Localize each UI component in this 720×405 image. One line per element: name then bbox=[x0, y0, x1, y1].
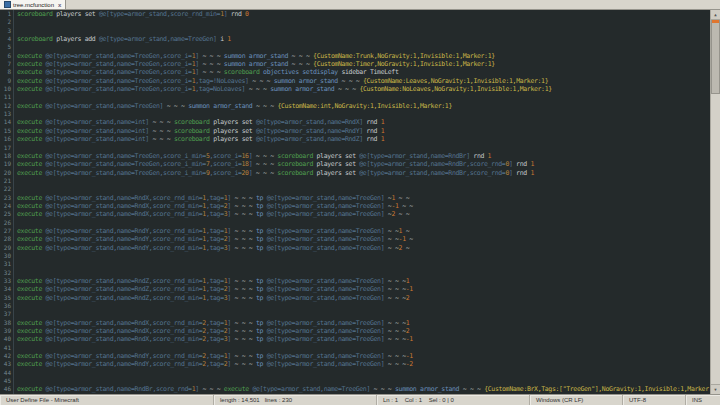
code-line[interactable]: execute @e[type=armor_stand,name=RndZ,sc… bbox=[17, 285, 710, 293]
vertical-scrollbar[interactable]: ▲ ▼ bbox=[710, 10, 720, 394]
scroll-up-arrow-icon[interactable]: ▲ bbox=[711, 10, 720, 20]
code-line[interactable] bbox=[17, 310, 710, 318]
line-number[interactable]: 2 bbox=[0, 18, 11, 26]
line-number[interactable]: 37 bbox=[0, 310, 11, 318]
line-number[interactable]: 11 bbox=[0, 93, 11, 101]
code-line[interactable] bbox=[17, 185, 710, 193]
code-line[interactable] bbox=[17, 110, 710, 118]
code-line[interactable] bbox=[17, 344, 710, 352]
tab-tree-mcfunction[interactable]: tree.mcfunction x bbox=[0, 0, 66, 9]
code-line[interactable] bbox=[17, 144, 710, 152]
code-line[interactable] bbox=[17, 177, 710, 185]
code-line[interactable]: execute @e[type=armor_stand,name=TreeGen… bbox=[17, 52, 710, 60]
code-line[interactable] bbox=[17, 219, 710, 227]
line-number[interactable]: 42 bbox=[0, 352, 11, 360]
status-insert-mode[interactable]: INS bbox=[686, 395, 720, 405]
line-number[interactable]: 20 bbox=[0, 169, 11, 177]
line-number[interactable]: 19 bbox=[0, 160, 11, 168]
code-line[interactable]: execute @e[type=armor_stand,name=RndX,sc… bbox=[17, 335, 710, 343]
code-area[interactable]: scoreboard players set @e[type=armor_sta… bbox=[14, 10, 710, 394]
code-line[interactable] bbox=[17, 18, 710, 26]
code-line[interactable]: execute @e[type=armor_stand,name=TreeGen… bbox=[17, 68, 710, 76]
line-number[interactable]: 44 bbox=[0, 369, 11, 377]
code-line[interactable]: execute @e[type=armor_stand,name=TreeGen… bbox=[17, 169, 710, 177]
code-line[interactable]: execute @e[type=armor_stand,name=RndY,sc… bbox=[17, 227, 710, 235]
line-number[interactable]: 8 bbox=[0, 68, 11, 76]
code-line[interactable]: execute @e[type=armor_stand,name=RndX,sc… bbox=[17, 202, 710, 210]
code-line[interactable]: scoreboard players add @e[type=armor_sta… bbox=[17, 35, 710, 43]
line-number[interactable]: 28 bbox=[0, 235, 11, 243]
code-line[interactable] bbox=[17, 27, 710, 35]
line-number[interactable]: 14 bbox=[0, 118, 11, 126]
code-line[interactable]: execute @e[type=armor_stand,name=TreeGen… bbox=[17, 60, 710, 68]
line-number[interactable]: 43 bbox=[0, 360, 11, 368]
code-line[interactable]: execute @e[type=armor_stand,name=RndZ,sc… bbox=[17, 294, 710, 302]
line-number[interactable]: 32 bbox=[0, 269, 11, 277]
code-line[interactable]: execute @e[type=armor_stand,name=RndY,sc… bbox=[17, 235, 710, 243]
code-line[interactable]: execute @e[type=armor_stand,name=RndX,sc… bbox=[17, 327, 710, 335]
line-number[interactable]: 33 bbox=[0, 277, 11, 285]
code-line[interactable] bbox=[17, 260, 710, 268]
code-line[interactable]: execute @e[type=armor_stand,name=RndZ,sc… bbox=[17, 277, 710, 285]
line-number[interactable]: 41 bbox=[0, 344, 11, 352]
line-number[interactable]: 22 bbox=[0, 185, 11, 193]
code-line[interactable]: execute @e[type=armor_stand,name=RndX,sc… bbox=[17, 319, 710, 327]
line-number[interactable]: 36 bbox=[0, 302, 11, 310]
line-number[interactable]: 46 bbox=[0, 385, 11, 393]
line-number[interactable]: 24 bbox=[0, 202, 11, 210]
line-number[interactable]: 29 bbox=[0, 244, 11, 252]
line-number-gutter[interactable]: 1234567891011121314151617181920212223242… bbox=[0, 10, 14, 394]
line-number[interactable]: 30 bbox=[0, 252, 11, 260]
code-line[interactable] bbox=[17, 93, 710, 101]
line-number[interactable]: 34 bbox=[0, 285, 11, 293]
code-line[interactable]: execute @e[type=armor_stand,name=RndX,sc… bbox=[17, 210, 710, 218]
code-line[interactable]: execute @e[type=armor_stand,name=RndY,sc… bbox=[17, 360, 710, 368]
line-number[interactable]: 9 bbox=[0, 77, 11, 85]
tab-close-icon[interactable]: x bbox=[58, 2, 61, 8]
code-line[interactable]: execute @e[type=armor_stand,name=TreeGen… bbox=[17, 77, 710, 85]
line-number[interactable]: 23 bbox=[0, 194, 11, 202]
line-number[interactable]: 6 bbox=[0, 52, 11, 60]
line-number[interactable]: 10 bbox=[0, 85, 11, 93]
code-line[interactable]: execute @e[type=armor_stand,name=RndX,sc… bbox=[17, 194, 710, 202]
line-number[interactable]: 1 bbox=[0, 10, 11, 18]
line-number[interactable]: 26 bbox=[0, 219, 11, 227]
line-number[interactable]: 15 bbox=[0, 127, 11, 135]
code-line[interactable]: execute @e[type=armor_stand,name=TreeGen… bbox=[17, 85, 710, 93]
line-number[interactable]: 5 bbox=[0, 43, 11, 51]
code-line[interactable]: execute @e[type=armor_stand,name=TreeGen… bbox=[17, 152, 710, 160]
code-line[interactable] bbox=[17, 377, 710, 385]
code-line[interactable]: scoreboard players set @e[type=armor_sta… bbox=[17, 10, 710, 18]
scrollbar-thumb[interactable] bbox=[711, 20, 720, 94]
line-number[interactable]: 3 bbox=[0, 27, 11, 35]
code-line[interactable]: execute @e[type=armor_stand,name=RndY,sc… bbox=[17, 244, 710, 252]
code-line[interactable]: execute @e[type=armor_stand,name=RndBr,s… bbox=[17, 385, 710, 393]
code-line[interactable]: execute @e[type=armor_stand,name=int] ~ … bbox=[17, 135, 710, 143]
code-line[interactable] bbox=[17, 302, 710, 310]
code-line[interactable] bbox=[17, 369, 710, 377]
line-number[interactable]: 7 bbox=[0, 60, 11, 68]
code-line[interactable]: execute @e[type=armor_stand,name=int] ~ … bbox=[17, 127, 710, 135]
line-number[interactable]: 18 bbox=[0, 152, 11, 160]
line-number[interactable]: 39 bbox=[0, 327, 11, 335]
line-number[interactable]: 12 bbox=[0, 102, 11, 110]
line-number[interactable]: 40 bbox=[0, 335, 11, 343]
line-number[interactable]: 21 bbox=[0, 177, 11, 185]
code-line[interactable] bbox=[17, 43, 710, 51]
line-number[interactable]: 31 bbox=[0, 260, 11, 268]
line-number[interactable]: 17 bbox=[0, 144, 11, 152]
code-line[interactable] bbox=[17, 269, 710, 277]
line-number[interactable]: 13 bbox=[0, 110, 11, 118]
code-line[interactable]: execute @e[type=armor_stand,name=int] ~ … bbox=[17, 118, 710, 126]
code-line[interactable]: execute @e[type=armor_stand,name=TreeGen… bbox=[17, 102, 710, 110]
line-number[interactable]: 27 bbox=[0, 227, 11, 235]
line-number[interactable]: 4 bbox=[0, 35, 11, 43]
line-number[interactable]: 38 bbox=[0, 319, 11, 327]
line-number[interactable]: 35 bbox=[0, 294, 11, 302]
line-number[interactable]: 16 bbox=[0, 135, 11, 143]
line-number[interactable]: 45 bbox=[0, 377, 11, 385]
code-line[interactable]: execute @e[type=armor_stand,name=TreeGen… bbox=[17, 160, 710, 168]
line-number[interactable]: 25 bbox=[0, 210, 11, 218]
scroll-down-arrow-icon[interactable]: ▼ bbox=[711, 384, 720, 394]
code-line[interactable] bbox=[17, 252, 710, 260]
